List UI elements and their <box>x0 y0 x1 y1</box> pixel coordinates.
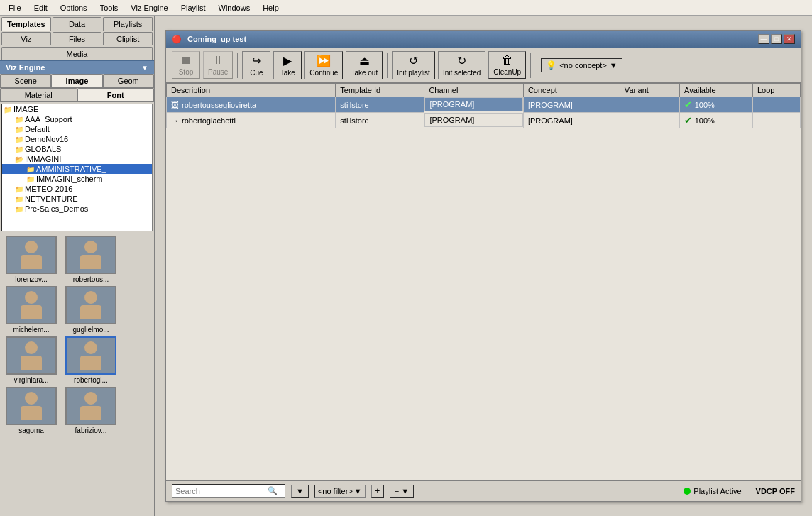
close-button[interactable]: ✕ <box>784 34 795 44</box>
tab-templates[interactable]: Templates <box>1 17 51 31</box>
menu-playlist[interactable]: Playlist <box>175 2 212 13</box>
tree-view[interactable]: 📁 IMAGE 📁AAA_Support📁Default📁DemoNov16📁G… <box>1 104 153 231</box>
toolbar-btn-label: Init playlist <box>397 69 430 77</box>
folder-icon: 📁 <box>15 136 23 143</box>
tab-image[interactable]: Image <box>51 74 102 87</box>
tab-geom[interactable]: Geom <box>103 74 154 87</box>
search-input[interactable] <box>175 487 268 495</box>
thumbnail-label: sagoma <box>18 427 44 434</box>
tab-files[interactable]: Files <box>53 32 102 45</box>
tree-item[interactable]: 📁Default <box>2 124 152 134</box>
tab-cliplist[interactable]: Cliplist <box>103 32 153 45</box>
tab-scene[interactable]: Scene <box>0 74 51 87</box>
minimize-button[interactable]: — <box>758 34 769 44</box>
tab-font[interactable]: Font <box>77 88 155 101</box>
col-loop[interactable]: Loop <box>752 84 800 97</box>
search-box[interactable]: 🔍 <box>172 484 285 498</box>
tree-item[interactable]: 📁AAA_Support <box>2 114 152 124</box>
toolbar-btn-init-selected[interactable]: ↻Init selected <box>438 51 485 79</box>
tree-root[interactable]: 📁 IMAGE <box>2 104 152 114</box>
toolbar-btn-cue[interactable]: ↪Cue <box>242 51 270 79</box>
thumbnail-item[interactable]: sagoma <box>3 387 60 434</box>
toolbar-btn-init-playlist[interactable]: ↺Init playlist <box>392 51 435 79</box>
playlist-active-area: Playlist Active VDCP OFF <box>684 487 795 495</box>
maximize-button[interactable]: □ <box>771 34 782 44</box>
status-bar: 🔍 ▼ <no filter> ▼ + ≡ ▼ Playlist Active … <box>166 480 801 501</box>
thumbnail-item[interactable]: virginiara... <box>3 336 60 384</box>
image-icon: 🖼 <box>171 101 179 109</box>
thumbnail-item[interactable]: robertous... <box>62 236 119 283</box>
filter-button[interactable]: ▼ <box>291 485 309 498</box>
col-template-id[interactable]: Template Id <box>336 84 424 97</box>
col-variant[interactable]: Variant <box>620 84 679 97</box>
toolbar-btn-label: Pause <box>208 68 228 76</box>
toolbar-btn-label: Continue <box>309 69 338 77</box>
tree-item[interactable]: 📁GLOBALS <box>2 144 152 154</box>
col-available[interactable]: Available <box>680 84 753 97</box>
filter-dropdown[interactable]: <no filter> ▼ <box>314 485 366 498</box>
col-description[interactable]: Description <box>167 84 336 97</box>
col-channel[interactable]: Channel <box>424 84 524 97</box>
tab-media[interactable]: Media <box>1 47 153 60</box>
cell-template-id: stillstore <box>336 113 424 128</box>
cell-description: 🖼robertousseglioviretta <box>167 97 336 113</box>
thumbnail-item[interactable]: robertogi... <box>62 336 119 384</box>
concept-selector[interactable]: 💡<no concept>▼ <box>541 58 622 72</box>
tree-item[interactable]: 📁Pre-Sales_Demos <box>2 204 152 214</box>
toolbar: ⏹Stop⏸Pause↪Cue▶Take⏩Continue⏏Take out↺I… <box>166 48 801 83</box>
menu-help[interactable]: Help <box>257 2 285 13</box>
toolbar-btn-cleanup[interactable]: 🗑CleanUp <box>488 51 526 79</box>
list-button[interactable]: ≡ ▼ <box>390 485 414 498</box>
cell-available: ✔ 100% <box>680 97 753 113</box>
toolbar-btn-label: Take out <box>351 69 378 77</box>
filter-icon: ▼ <box>296 487 304 495</box>
tree-item[interactable]: 📁DemoNov16 <box>2 134 152 144</box>
tab-playlists[interactable]: Playlists <box>103 17 153 31</box>
tab-material[interactable]: Material <box>0 88 77 101</box>
thumbnail-item[interactable]: michelem... <box>3 286 60 334</box>
thumbnail-label: fabriziov... <box>75 427 107 434</box>
table-area[interactable]: Description Template Id Channel Concept … <box>166 83 801 480</box>
toolbar-btn-take[interactable]: ▶Take <box>273 51 302 79</box>
toolbar-btn-take-out[interactable]: ⏏Take out <box>346 51 383 79</box>
thumbnail-item[interactable]: fabriziov... <box>62 387 119 434</box>
tree-item[interactable]: 📁METEO-2016 <box>2 184 152 194</box>
coming-up-window: 🔴 Coming_up test — □ ✕ ⏹Stop⏸Pause↪Cue▶T… <box>165 30 801 502</box>
cell-concept: [PROGRAM] <box>523 97 620 113</box>
concept-arrow-icon: ▼ <box>610 61 618 70</box>
tree-item[interactable]: 📁AMMINISTRATIVE_ <box>2 164 152 174</box>
toolbar-btn-continue[interactable]: ⏩Continue <box>304 51 343 79</box>
thumbnail-label: robertous... <box>73 275 109 283</box>
menu-windows[interactable]: Windows <box>213 2 256 13</box>
folder-icon: 📁 <box>15 146 23 153</box>
cell-available: ✔ 100% <box>680 113 753 128</box>
tree-item-label: NETVENTURE <box>25 194 78 203</box>
thumbnail-label: lorenzov... <box>15 275 47 283</box>
thumbnail-item[interactable]: guglielmo... <box>62 286 119 334</box>
cell-template-id: stillstore <box>336 97 424 113</box>
add-button[interactable]: + <box>371 485 384 498</box>
search-icon[interactable]: 🔍 <box>268 486 278 495</box>
menu-edit[interactable]: Edit <box>28 2 53 13</box>
toolbar-btn-stop: ⏹Stop <box>172 51 200 79</box>
tree-item[interactable]: 📁IMMAGINI_scherm <box>2 174 152 184</box>
tree-item[interactable]: 📁NETVENTURE <box>2 194 152 204</box>
menu-options[interactable]: Options <box>55 2 93 13</box>
menu-file[interactable]: File <box>3 2 27 13</box>
tab-data[interactable]: Data <box>53 17 102 31</box>
table-row[interactable]: 🖼robertoussegliovirettastillstore[PROGRA… <box>167 97 801 113</box>
window-controls: — □ ✕ <box>758 34 795 44</box>
menu-vizengine[interactable]: Viz Engine <box>125 2 173 13</box>
tab-viz[interactable]: Viz <box>1 32 51 45</box>
folder-icon: 📁 <box>15 116 23 123</box>
table-row[interactable]: →robertogiachettistillstore[PROGRAM][PRO… <box>167 113 801 128</box>
top-tab-row: Templates Data Playlists <box>0 16 154 31</box>
menu-tools[interactable]: Tools <box>94 2 124 13</box>
col-concept[interactable]: Concept <box>523 84 620 97</box>
viz-engine-header[interactable]: Viz Engine ▼ <box>0 60 154 74</box>
thumbnail-item[interactable]: lorenzov... <box>3 236 60 283</box>
toolbar-icon: ⏸ <box>212 54 224 67</box>
tree-item-label: IMMAGINI_scherm <box>36 175 103 183</box>
tree-item[interactable]: 📂IMMAGINI <box>2 154 152 164</box>
tree-item-label: Default <box>25 125 50 133</box>
